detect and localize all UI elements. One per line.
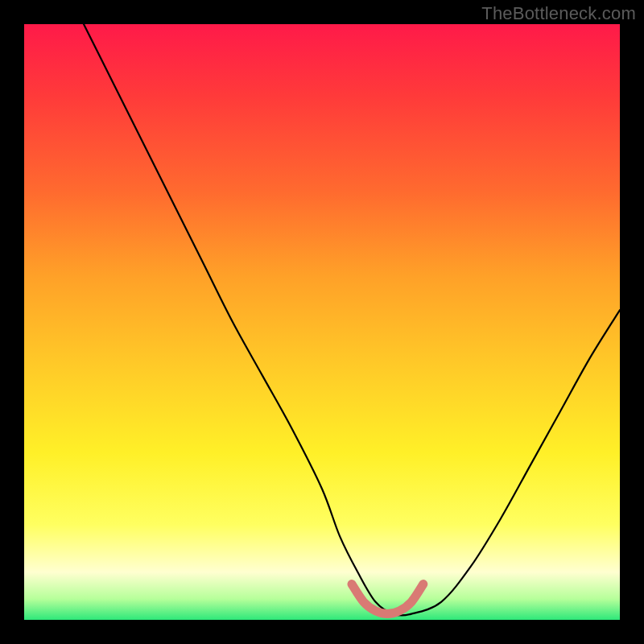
- bottleneck-curve: [84, 24, 620, 615]
- chart-frame: TheBottleneck.com: [0, 0, 644, 644]
- optimal-band: [352, 584, 423, 614]
- chart-svg-layer: [0, 0, 644, 644]
- watermark-text: TheBottleneck.com: [481, 3, 636, 24]
